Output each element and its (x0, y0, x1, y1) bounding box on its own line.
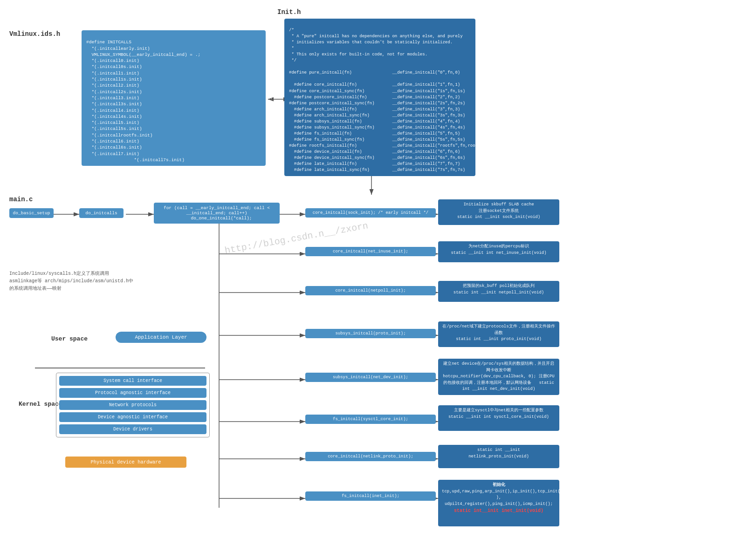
netlink-right: static int __init netlink_proto_init(voi… (438, 445, 559, 468)
netpoll-right: 把预留的sk_buff poll初始化成队列 static int __init… (438, 281, 559, 302)
layer-network-protocols: Network protocols (59, 400, 206, 410)
net-dev-box: subsys_initcall(net_dev_init); (305, 373, 436, 382)
inet-init-right: 初始化 tcp,upd,raw,ping,arp_init(),ip_init(… (438, 480, 559, 526)
physical-hardware-box: Physical device hardware (65, 457, 186, 468)
vmlinux-label: Vmlinux.ids.h (9, 30, 60, 38)
user-space-label: User space (51, 335, 88, 342)
layer-protocol-agnostic: Protocol agnostic interface (59, 388, 206, 398)
netlink-box: core_initcall(netlink_proto_init); (305, 452, 436, 461)
layer-device-drivers: Device drivers (59, 424, 206, 434)
proto-init-box: subsys_initcall(proto_init); (305, 329, 436, 338)
side-note: Include/linux/syscalls.h定义了系统调用 asmlinka… (9, 270, 133, 293)
netpoll-box: core_initcall(netpoll_init); (305, 286, 436, 295)
page-container: Vmlinux.ids.h #define INITCALLS \ *(.ini… (0, 0, 756, 552)
layer-device-agnostic: Device agnostic interface (59, 412, 206, 422)
sysctl-right: 主要是建立sysctl中与net相关的一些配置参数 static __init … (438, 405, 559, 431)
layer-syscall: System call interface (59, 376, 206, 386)
init-h-label: Init.h (277, 8, 301, 16)
net-inuse-box: core_initcall(net_inuse_init); (305, 247, 436, 256)
init-h-box: /* * A "pure" initcall has no dependenci… (284, 19, 475, 176)
proto-init-right: 在/proc/net域下建立protocols文件，注册相关文件操作函数 sta… (438, 321, 559, 347)
kernel-layers-container: System call interface Protocol agnostic … (56, 373, 210, 437)
for-loop-box: for (call = __early_initcall_end; call <… (154, 203, 280, 224)
main-c-label: main.c (9, 196, 33, 203)
do-initcalls-box: do_initcalls (79, 208, 124, 218)
sysctl-box: fs_initcall(sysctl_core_init); (305, 415, 436, 424)
do-basic-setup-box: do_basic_setup (9, 208, 54, 218)
app-layer-box: Application Layer (116, 332, 206, 343)
sock-init-box: core_initcall(sock_init); /* early initc… (305, 208, 436, 218)
inet-init-box: fs_initcall(inet_init); (305, 491, 436, 501)
sock-init-right: Initialize skbuff SLAB cache 注册socket文件系… (438, 199, 559, 225)
net-dev-right: 建立net device在/proc/sys相关的数据结构，并且开启网卡收发中断… (438, 359, 559, 395)
net-inuse-right: 为net分配inuse的percpu标识 static __init int n… (438, 241, 559, 262)
vmlinux-box: #define INITCALLS \ *(.initcallearly.ini… (82, 30, 266, 166)
